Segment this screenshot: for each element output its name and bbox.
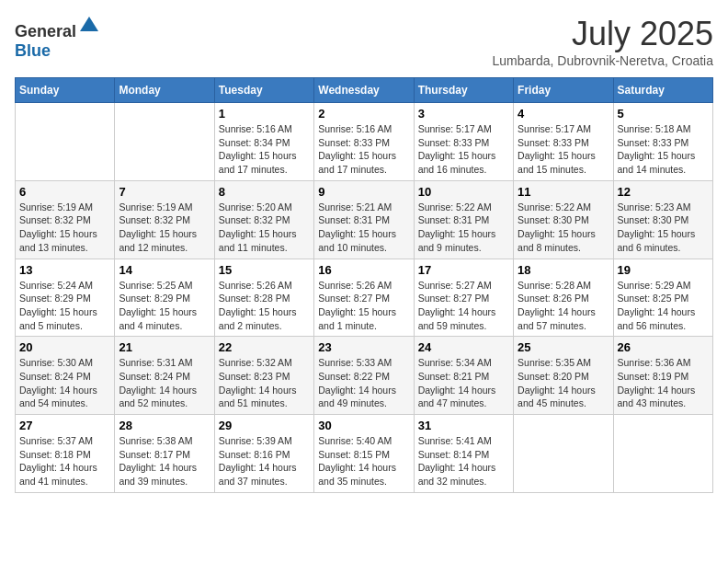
day-info: Sunrise: 5:32 AM Sunset: 8:23 PM Dayligh… [219,356,310,410]
calendar-week-row: 6Sunrise: 5:19 AM Sunset: 8:32 PM Daylig… [16,180,713,259]
day-number: 17 [418,263,509,277]
calendar-cell: 16Sunrise: 5:26 AM Sunset: 8:27 PM Dayli… [314,259,414,337]
day-info: Sunrise: 5:34 AM Sunset: 8:21 PM Dayligh… [418,356,509,410]
day-number: 21 [119,340,210,354]
calendar-cell: 25Sunrise: 5:35 AM Sunset: 8:20 PM Dayli… [514,337,613,415]
day-info: Sunrise: 5:19 AM Sunset: 8:32 PM Dayligh… [19,201,110,255]
calendar-cell: 14Sunrise: 5:25 AM Sunset: 8:29 PM Dayli… [115,259,214,337]
day-number: 18 [518,263,609,277]
day-info: Sunrise: 5:24 AM Sunset: 8:29 PM Dayligh… [19,279,110,333]
calendar-cell: 17Sunrise: 5:27 AM Sunset: 8:27 PM Dayli… [414,259,513,337]
calendar-cell: 9Sunrise: 5:21 AM Sunset: 8:31 PM Daylig… [314,180,414,259]
calendar-cell: 5Sunrise: 5:18 AM Sunset: 8:33 PM Daylig… [613,103,712,181]
calendar-cell: 12Sunrise: 5:23 AM Sunset: 8:30 PM Dayli… [613,180,712,259]
calendar-cell: 28Sunrise: 5:38 AM Sunset: 8:17 PM Dayli… [115,415,214,493]
day-info: Sunrise: 5:31 AM Sunset: 8:24 PM Dayligh… [119,356,210,410]
calendar-week-row: 1Sunrise: 5:16 AM Sunset: 8:34 PM Daylig… [16,103,713,181]
calendar-cell: 24Sunrise: 5:34 AM Sunset: 8:21 PM Dayli… [414,337,513,415]
day-info: Sunrise: 5:33 AM Sunset: 8:22 PM Dayligh… [318,356,409,410]
location-title: Lumbarda, Dubrovnik-Neretva, Croatia [493,53,713,68]
calendar-cell: 23Sunrise: 5:33 AM Sunset: 8:22 PM Dayli… [314,337,414,415]
svg-marker-0 [80,17,98,31]
calendar-cell: 20Sunrise: 5:30 AM Sunset: 8:24 PM Dayli… [16,337,115,415]
day-number: 19 [618,263,709,277]
calendar-day-header: Sunday [16,78,115,103]
day-info: Sunrise: 5:18 AM Sunset: 8:33 PM Dayligh… [618,122,709,177]
day-info: Sunrise: 5:16 AM Sunset: 8:34 PM Dayligh… [219,122,310,177]
day-number: 5 [618,107,709,121]
day-info: Sunrise: 5:38 AM Sunset: 8:17 PM Dayligh… [119,434,210,488]
day-number: 9 [318,185,409,199]
day-info: Sunrise: 5:19 AM Sunset: 8:32 PM Dayligh… [119,201,210,255]
calendar-cell: 21Sunrise: 5:31 AM Sunset: 8:24 PM Dayli… [115,337,214,415]
day-info: Sunrise: 5:40 AM Sunset: 8:15 PM Dayligh… [318,434,409,488]
calendar-cell: 4Sunrise: 5:17 AM Sunset: 8:33 PM Daylig… [514,103,613,181]
calendar-cell: 19Sunrise: 5:29 AM Sunset: 8:25 PM Dayli… [613,259,712,337]
logo-blue: Blue [15,41,51,60]
day-info: Sunrise: 5:21 AM Sunset: 8:31 PM Dayligh… [318,201,409,255]
day-info: Sunrise: 5:37 AM Sunset: 8:18 PM Dayligh… [19,434,110,488]
calendar-cell: 1Sunrise: 5:16 AM Sunset: 8:34 PM Daylig… [214,103,313,181]
day-number: 13 [19,263,110,277]
calendar-cell: 3Sunrise: 5:17 AM Sunset: 8:33 PM Daylig… [414,103,513,181]
calendar-cell: 29Sunrise: 5:39 AM Sunset: 8:16 PM Dayli… [214,415,313,493]
day-number: 1 [219,107,310,121]
calendar-cell [514,415,613,493]
day-info: Sunrise: 5:41 AM Sunset: 8:14 PM Dayligh… [418,434,509,488]
day-info: Sunrise: 5:29 AM Sunset: 8:25 PM Dayligh… [618,279,709,333]
day-number: 15 [219,263,310,277]
day-number: 12 [618,185,709,199]
day-number: 27 [19,419,110,432]
calendar-day-header: Thursday [414,78,513,103]
day-number: 14 [119,263,210,277]
calendar-cell: 15Sunrise: 5:26 AM Sunset: 8:28 PM Dayli… [214,259,313,337]
logo-general: General [15,22,76,40]
day-number: 23 [318,340,409,354]
day-number: 31 [418,419,509,432]
day-number: 28 [119,419,210,432]
calendar-cell: 6Sunrise: 5:19 AM Sunset: 8:32 PM Daylig… [16,180,115,259]
day-info: Sunrise: 5:25 AM Sunset: 8:29 PM Dayligh… [119,279,210,333]
day-info: Sunrise: 5:17 AM Sunset: 8:33 PM Dayligh… [518,122,609,177]
calendar-week-row: 13Sunrise: 5:24 AM Sunset: 8:29 PM Dayli… [16,259,713,337]
day-number: 7 [119,185,210,199]
day-number: 10 [418,185,509,199]
day-info: Sunrise: 5:27 AM Sunset: 8:27 PM Dayligh… [418,279,509,333]
calendar-cell [16,103,115,181]
logo: General Blue [15,15,100,61]
calendar-cell: 31Sunrise: 5:41 AM Sunset: 8:14 PM Dayli… [414,415,513,493]
day-number: 6 [19,185,110,199]
calendar-day-header: Friday [514,78,613,103]
logo-icon [78,15,100,37]
calendar-cell: 13Sunrise: 5:24 AM Sunset: 8:29 PM Dayli… [16,259,115,337]
day-info: Sunrise: 5:17 AM Sunset: 8:33 PM Dayligh… [418,122,509,177]
day-info: Sunrise: 5:36 AM Sunset: 8:19 PM Dayligh… [618,356,709,410]
day-info: Sunrise: 5:35 AM Sunset: 8:20 PM Dayligh… [518,356,609,410]
calendar-table: SundayMondayTuesdayWednesdayThursdayFrid… [15,77,713,493]
day-info: Sunrise: 5:22 AM Sunset: 8:30 PM Dayligh… [518,201,609,255]
day-info: Sunrise: 5:22 AM Sunset: 8:31 PM Dayligh… [418,201,509,255]
day-number: 25 [518,340,609,354]
day-info: Sunrise: 5:26 AM Sunset: 8:27 PM Dayligh… [318,279,409,333]
day-info: Sunrise: 5:30 AM Sunset: 8:24 PM Dayligh… [19,356,110,410]
calendar-cell: 10Sunrise: 5:22 AM Sunset: 8:31 PM Dayli… [414,180,513,259]
day-info: Sunrise: 5:28 AM Sunset: 8:26 PM Dayligh… [518,279,609,333]
title-block: July 2025 Lumbarda, Dubrovnik-Neretva, C… [493,15,713,68]
calendar-day-header: Saturday [613,78,712,103]
day-number: 20 [19,340,110,354]
calendar-cell: 18Sunrise: 5:28 AM Sunset: 8:26 PM Dayli… [514,259,613,337]
calendar-cell: 11Sunrise: 5:22 AM Sunset: 8:30 PM Dayli… [514,180,613,259]
calendar-cell: 2Sunrise: 5:16 AM Sunset: 8:33 PM Daylig… [314,103,414,181]
day-number: 16 [318,263,409,277]
calendar-cell: 22Sunrise: 5:32 AM Sunset: 8:23 PM Dayli… [214,337,313,415]
day-info: Sunrise: 5:26 AM Sunset: 8:28 PM Dayligh… [219,279,310,333]
day-number: 26 [618,340,709,354]
calendar-cell [613,415,712,493]
day-number: 11 [518,185,609,199]
calendar-cell: 8Sunrise: 5:20 AM Sunset: 8:32 PM Daylig… [214,180,313,259]
day-number: 30 [318,419,409,432]
day-number: 22 [219,340,310,354]
day-number: 8 [219,185,310,199]
day-number: 2 [318,107,409,121]
calendar-week-row: 20Sunrise: 5:30 AM Sunset: 8:24 PM Dayli… [16,337,713,415]
